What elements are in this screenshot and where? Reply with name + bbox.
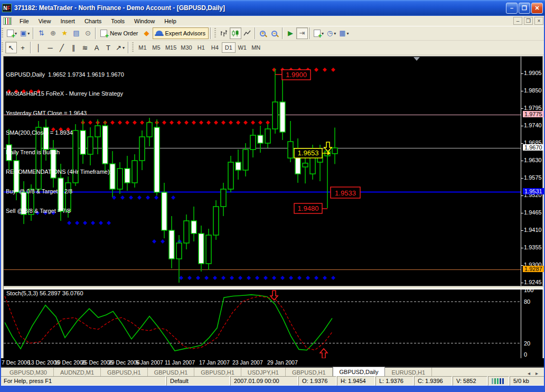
channel-button[interactable]: ∥	[68, 42, 79, 53]
chart-overlay-text: GBPUSD,Daily 1.9652 1.9734 1.9619 1.9670…	[6, 58, 124, 227]
chart-region: 1.99001.96531.95331.9480 GBPUSD,Daily 1.…	[3, 56, 543, 358]
bar-chart-button[interactable]	[218, 27, 230, 39]
horizontal-line-button[interactable]: ─	[44, 42, 56, 53]
menu-charts[interactable]: Charts	[80, 16, 106, 26]
sell-dot-icon	[314, 68, 318, 72]
tab-scroll-left-icon[interactable]: ◂	[525, 370, 533, 376]
minimize-button[interactable]: –	[506, 3, 518, 14]
buy-dot-icon	[204, 276, 209, 280]
timeframe-m5[interactable]: M5	[149, 42, 163, 53]
timeframe-d1[interactable]: D1	[222, 42, 236, 53]
chart-shift-button[interactable]: ⇥	[296, 27, 308, 39]
toolbar-grip[interactable]	[214, 28, 216, 39]
sell-dot-icon	[266, 120, 270, 125]
status-help: For Help, press F1	[0, 376, 166, 386]
periods-button[interactable]: ◷▾	[325, 27, 337, 39]
text-button[interactable]: A	[91, 42, 102, 53]
templates-button[interactable]: ▦▾	[337, 27, 350, 39]
tab-eurusd-h1[interactable]: EURUSD,H1	[385, 368, 432, 376]
tab-gbpusd-daily[interactable]: GBPUSD,Daily	[333, 367, 386, 376]
new-order-button[interactable]: +New Order	[98, 27, 140, 39]
tab-gbpusd-h1-b[interactable]: GBPUSD,H1	[148, 368, 195, 376]
menu-help[interactable]: Help	[159, 16, 181, 26]
stochastic-label: Stoch(5,3,3) 56.2897 36.0760	[6, 290, 83, 296]
candle-body	[169, 230, 174, 259]
timeframe-w1[interactable]: W1	[236, 42, 249, 53]
line-chart-button[interactable]	[241, 27, 253, 39]
candle-body	[243, 150, 248, 170]
buy-dot-icon	[129, 195, 133, 200]
toolbar-grip[interactable]	[2, 42, 3, 53]
status-bar: For Help, press F1 Default 2007.01.09 00…	[0, 376, 545, 386]
timeframe-m30[interactable]: M30	[178, 42, 194, 53]
price-axis[interactable]: 1.99051.98501.97951.97401.96851.96301.95…	[522, 57, 543, 359]
date-axis[interactable]: 7 Dec 200613 Dec 200619 Dec 200625 Dec 2…	[0, 358, 545, 367]
tab-scroll-right-icon[interactable]: ▸	[533, 370, 541, 376]
chart-window-icon[interactable]	[3, 17, 12, 25]
timeframe-mn[interactable]: MN	[249, 42, 263, 53]
maximize-button[interactable]: ❐	[519, 3, 530, 14]
price-axis-label: 1.9575	[524, 174, 542, 181]
mdi-minimize-button[interactable]: –	[513, 17, 522, 25]
tab-gbpusd-h1-d[interactable]: GBPUSD,H1	[286, 368, 333, 376]
indicators-button[interactable]: +▾	[312, 27, 325, 39]
toolbar-grip[interactable]	[132, 42, 134, 53]
timeframe-h1[interactable]: H1	[194, 42, 208, 53]
sell-dot-icon	[331, 68, 335, 72]
candlestick-chart-button[interactable]	[230, 27, 241, 39]
crosshair-button[interactable]: +	[17, 42, 29, 53]
mdi-close-button[interactable]: ×	[534, 17, 543, 25]
menu-view[interactable]: View	[34, 16, 56, 26]
timeframe-m1[interactable]: M1	[136, 42, 149, 53]
horizontal-line-icon: ─	[48, 44, 52, 52]
menu-insert[interactable]: Insert	[55, 16, 80, 26]
sell-dot-icon	[125, 120, 129, 125]
date-axis-label: 29 Dec 2006	[108, 359, 140, 366]
terminal-button[interactable]: ▤	[70, 27, 82, 39]
new-chart-button[interactable]: +▾	[5, 27, 18, 39]
price-axis-label: 80	[524, 298, 530, 305]
trendline-button[interactable]: ╱	[56, 42, 68, 53]
fibonacci-button[interactable]: ≋	[79, 42, 91, 53]
tab-gbpusd-h1-c[interactable]: GBPUSD,H1	[194, 368, 241, 376]
auto-scroll-button[interactable]: ▶	[285, 27, 296, 39]
zoom-in-button[interactable]: +	[257, 27, 269, 39]
text-label-button[interactable]: T	[102, 42, 114, 53]
arrows-button[interactable]: ↗▾	[114, 42, 126, 53]
strategy-tester-button[interactable]: ⊙	[82, 27, 93, 39]
candle-body	[265, 129, 270, 143]
expert-advisors-button[interactable]: Expert Advisors	[153, 27, 209, 39]
price-axis-label: 1.9795	[524, 105, 542, 111]
tab-gbpusd-h1-a[interactable]: GBPUSD,H1	[101, 368, 148, 376]
timeframe-m15[interactable]: M15	[163, 42, 178, 53]
zoom-out-button[interactable]: −	[269, 27, 280, 39]
menu-file[interactable]: File	[15, 16, 34, 26]
templates-icon: ▦	[339, 30, 345, 37]
menu-tools[interactable]: Tools	[106, 16, 129, 26]
date-axis-label: 29 Jan 2007	[267, 359, 298, 366]
metaeditor-button[interactable]: ◆	[141, 27, 153, 39]
cursor-button[interactable]: ↖	[5, 42, 17, 53]
navigator-button[interactable]: ★	[59, 27, 70, 39]
mdi-restore-button[interactable]: ❐	[524, 17, 533, 25]
market-watch-button[interactable]: ⇅	[35, 27, 47, 39]
fibonacci-icon: ≋	[82, 44, 88, 52]
new-chart-icon: +	[7, 30, 14, 37]
close-button[interactable]: ✕	[531, 3, 543, 14]
pane-splitter[interactable]	[4, 286, 543, 289]
price-axis-label: 1.9670	[523, 144, 544, 151]
tab-gbpusd-m30[interactable]: GBPUSD,M30	[3, 368, 54, 376]
profiles-button[interactable]: ▣▾	[18, 27, 31, 39]
vertical-line-button[interactable]: │	[33, 42, 44, 53]
candle-body	[221, 189, 226, 207]
timeframe-h4[interactable]: H4	[208, 42, 222, 53]
status-profile[interactable]: Default	[166, 376, 230, 386]
sell-dot-icon	[258, 120, 262, 125]
toolbar-grip[interactable]	[2, 28, 3, 39]
menu-window[interactable]: Window	[129, 16, 159, 26]
data-window-button[interactable]: ⊕	[47, 27, 59, 39]
buy-dot-icon	[323, 276, 327, 280]
tab-audnzd-m1[interactable]: AUDNZD,M1	[54, 368, 101, 376]
app-logo-icon: NF	[2, 4, 12, 12]
tab-usdjpy-h1[interactable]: USDJPY,H1	[241, 368, 286, 376]
